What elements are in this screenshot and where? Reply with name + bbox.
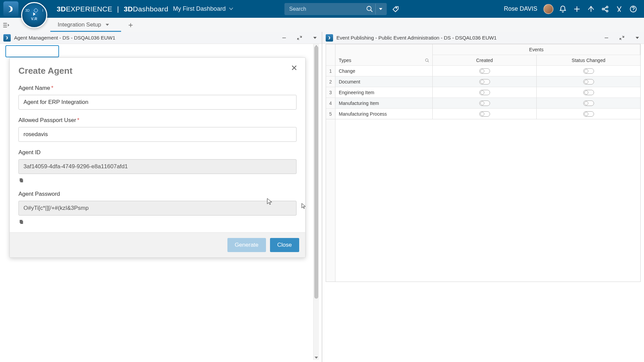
chevron-down-icon bbox=[229, 8, 233, 10]
cell-status-toggle[interactable] bbox=[537, 76, 640, 87]
row-number: 4 bbox=[326, 98, 335, 109]
toggle-off-icon[interactable] bbox=[583, 68, 594, 74]
tab-integration-setup[interactable]: Integration Setup bbox=[50, 18, 121, 32]
panel-minimize-button[interactable] bbox=[603, 35, 610, 41]
dashboard-name-label: My First Dashboard bbox=[173, 5, 226, 12]
panel-app-icon bbox=[326, 34, 333, 42]
panel-menu-button[interactable] bbox=[312, 35, 318, 41]
svg-point-0 bbox=[367, 6, 371, 10]
cell-status-toggle[interactable] bbox=[537, 66, 640, 76]
compass-play-icon bbox=[33, 12, 36, 16]
row-number: 1 bbox=[326, 66, 335, 76]
column-status-changed[interactable]: Status Changed bbox=[537, 55, 640, 66]
search-icon[interactable] bbox=[364, 4, 375, 14]
cell-type: Change bbox=[335, 66, 433, 76]
passport-user-input[interactable] bbox=[18, 127, 297, 142]
compass-quadrant-i: I bbox=[42, 9, 43, 12]
compass-quadrant-3d: 3D bbox=[25, 9, 30, 12]
compass-button[interactable]: 3D I V.R bbox=[21, 2, 47, 28]
ds-logo-icon[interactable] bbox=[3, 1, 18, 16]
share-icon[interactable] bbox=[586, 4, 596, 14]
column-types-label: Types bbox=[339, 58, 351, 63]
cell-created-toggle[interactable] bbox=[433, 98, 537, 109]
ifwe-icon[interactable] bbox=[614, 4, 624, 14]
cell-status-toggle[interactable] bbox=[537, 98, 640, 109]
toggle-off-icon[interactable] bbox=[479, 79, 490, 84]
cell-status-toggle[interactable] bbox=[537, 109, 640, 119]
cell-type: Engineering Item bbox=[335, 87, 433, 98]
table-row[interactable]: 5Manufacturing Process bbox=[326, 109, 640, 119]
close-button[interactable]: Close bbox=[270, 238, 299, 252]
dialog-title: Create Agent bbox=[18, 66, 297, 76]
workarea: Agent Management - DS - DSQAL036 EUW1 ✕ … bbox=[0, 32, 644, 362]
tab-label: Integration Setup bbox=[58, 21, 101, 28]
toggle-off-icon[interactable] bbox=[479, 90, 490, 95]
panel-maximize-button[interactable] bbox=[619, 35, 625, 41]
row-number: 5 bbox=[326, 109, 335, 119]
svg-rect-8 bbox=[20, 178, 22, 181]
search-scope-dropdown[interactable] bbox=[375, 4, 385, 14]
panel-header: Agent Management - DS - DSQAL036 EUW1 bbox=[0, 32, 322, 44]
cell-type: Manufacturing Process bbox=[335, 109, 433, 119]
cell-status-toggle[interactable] bbox=[537, 87, 640, 98]
agent-password-input[interactable] bbox=[18, 201, 297, 216]
panel-title: Event Publishing - Public Event Administ… bbox=[336, 35, 600, 41]
table-row[interactable]: 2Document bbox=[326, 76, 640, 87]
top-header: 3D I V.R 3DEXPERIENCE | 3DDashboard My F… bbox=[0, 0, 644, 18]
sidebar-expand-button[interactable] bbox=[0, 19, 11, 31]
svg-point-11 bbox=[425, 59, 428, 61]
toggle-off-icon[interactable] bbox=[479, 111, 490, 117]
column-created[interactable]: Created bbox=[433, 55, 537, 66]
generate-button[interactable]: Generate bbox=[227, 238, 266, 252]
add-icon[interactable] bbox=[572, 4, 582, 14]
dialog-close-button[interactable]: ✕ bbox=[290, 64, 299, 72]
add-tab-button[interactable]: + bbox=[123, 18, 138, 32]
svg-point-6 bbox=[633, 11, 634, 11]
events-grid: Events Types Created Status Changed 1Cha… bbox=[326, 44, 641, 282]
column-group-events: Events bbox=[433, 44, 640, 55]
table-row[interactable]: 4Manufacturing Item bbox=[326, 98, 640, 109]
scroll-down-icon[interactable] bbox=[314, 355, 319, 360]
agent-password-label: Agent Password bbox=[18, 191, 297, 197]
avatar[interactable] bbox=[543, 4, 553, 14]
agent-name-label: Agent Name* bbox=[18, 85, 297, 92]
cell-created-toggle[interactable] bbox=[433, 66, 537, 76]
toggle-off-icon[interactable] bbox=[583, 90, 594, 95]
table-row[interactable]: 1Change bbox=[326, 66, 640, 76]
chevron-down-icon[interactable] bbox=[106, 24, 109, 26]
toggle-off-icon[interactable] bbox=[583, 101, 594, 106]
passport-user-label: Allowed Passport User* bbox=[18, 117, 297, 124]
dashboard-name-dropdown[interactable]: My First Dashboard bbox=[173, 5, 233, 12]
brand-title: 3DEXPERIENCE | 3DDashboard bbox=[57, 5, 168, 13]
dashboard-tabstrip: Integration Setup + bbox=[50, 18, 644, 32]
table-row[interactable]: 3Engineering Item bbox=[326, 87, 640, 98]
column-types[interactable]: Types bbox=[335, 55, 433, 66]
scrollbar-thumb[interactable] bbox=[314, 46, 318, 299]
row-number: 3 bbox=[326, 87, 335, 98]
filter-icon[interactable] bbox=[424, 58, 430, 63]
svg-rect-10 bbox=[20, 220, 22, 223]
vertical-scrollbar[interactable] bbox=[313, 44, 319, 360]
panel-header: Event Publishing - Public Event Administ… bbox=[322, 32, 644, 44]
agent-id-copy-icon[interactable] bbox=[18, 177, 24, 183]
tag-icon[interactable] bbox=[389, 4, 401, 14]
search-input[interactable] bbox=[289, 6, 364, 12]
cell-created-toggle[interactable] bbox=[433, 87, 537, 98]
cell-created-toggle[interactable] bbox=[433, 76, 537, 87]
global-search[interactable] bbox=[284, 3, 387, 15]
share-nodes-icon[interactable] bbox=[600, 4, 610, 14]
agent-id-input[interactable] bbox=[18, 159, 297, 174]
panel-menu-button[interactable] bbox=[634, 35, 641, 41]
toggle-off-icon[interactable] bbox=[583, 79, 594, 84]
toggle-off-icon[interactable] bbox=[479, 68, 490, 74]
toggle-off-icon[interactable] bbox=[479, 101, 490, 106]
panel-maximize-button[interactable] bbox=[296, 35, 303, 41]
agent-name-input[interactable] bbox=[18, 95, 297, 110]
help-icon[interactable] bbox=[629, 4, 638, 14]
toggle-off-icon[interactable] bbox=[583, 111, 594, 117]
panel-minimize-button[interactable] bbox=[281, 35, 287, 41]
cell-created-toggle[interactable] bbox=[433, 109, 537, 119]
agent-password-copy-icon[interactable] bbox=[18, 219, 24, 225]
panel-title: Agent Management - DS - DSQAL036 EUW1 bbox=[14, 35, 277, 41]
notifications-icon[interactable] bbox=[558, 4, 568, 14]
